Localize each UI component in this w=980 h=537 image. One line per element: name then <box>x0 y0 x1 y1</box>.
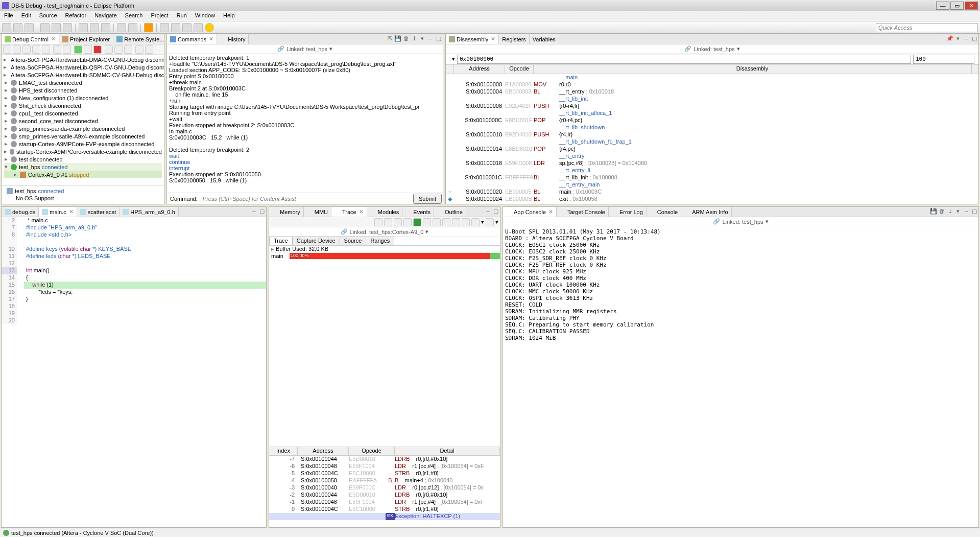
gear-icon[interactable] <box>63 45 71 54</box>
tab-remote-syste-[interactable]: Remote Syste... <box>113 34 164 44</box>
refresh-icon[interactable] <box>53 45 61 54</box>
debug-item[interactable]: ▸test disconnected <box>4 155 162 163</box>
size-input[interactable] <box>913 55 974 64</box>
trace-row[interactable]: -5S:0x0010004CE5C10000STRB r0,[r1,#0] <box>269 470 500 477</box>
debug-item[interactable]: ▸New_configuration (1) disconnected <box>4 94 162 102</box>
disasm-row[interactable]: __main <box>446 74 978 81</box>
menu-run[interactable]: Run <box>173 11 191 21</box>
save-icon[interactable]: 💾 <box>394 35 401 42</box>
menu-help[interactable]: Help <box>219 11 239 21</box>
code-line[interactable]: 13int main() <box>2 267 266 274</box>
code-line[interactable]: 18 <box>2 303 266 310</box>
subtab-capture-device[interactable]: Capture Device <box>292 237 340 245</box>
maximize-icon[interactable]: ▢ <box>258 208 266 215</box>
debug-item[interactable]: ▸Shit_check disconnected <box>4 102 162 109</box>
disasm-row[interactable]: __rt_entry_li <box>446 167 978 174</box>
quick-access-input[interactable] <box>876 23 978 32</box>
tab-memory[interactable]: Memory <box>269 207 304 217</box>
col-index[interactable]: Index <box>269 447 298 455</box>
export-icon[interactable] <box>403 218 412 226</box>
clear-icon[interactable]: 🗑 <box>402 35 410 42</box>
minimize-icon[interactable]: ‒ <box>427 35 434 42</box>
disasm-row[interactable]: S:0x00100000E1A00000MOVr0,r0 <box>446 81 978 88</box>
tab-variables[interactable]: Variables <box>530 34 559 44</box>
view-icon[interactable] <box>486 218 494 226</box>
debug-item[interactable]: ▸smp_primes-versatile-A9x4-example disco… <box>4 132 162 140</box>
col-opcode[interactable]: Opcode <box>505 65 534 74</box>
debug-item[interactable]: ▸smp_primes-panda-example disconnected <box>4 125 162 132</box>
open-type-icon[interactable] <box>79 23 88 32</box>
disasm-row[interactable]: S:0x0010001CEBFFFFF9BL__rt_lib_init ; 0x… <box>446 174 978 181</box>
clear-icon[interactable]: 🗑 <box>938 208 945 215</box>
perspective-icon[interactable] <box>160 23 169 32</box>
trace-row[interactable]: -1S:0x00100048E59F1004LDR r1,[pc,#4] ; [… <box>269 499 500 506</box>
resume-icon[interactable] <box>74 45 82 54</box>
tab-trace[interactable]: Trace✕ <box>331 207 367 217</box>
code-editor[interactable]: 2 * main.c7#include "HPS_arm_a9_0.h"8#in… <box>2 217 266 520</box>
run-icon[interactable] <box>63 23 72 32</box>
debug-item[interactable]: ▸Altera-SoCFPGA-HardwareLib-QSPI-CV-GNU-… <box>4 63 162 71</box>
debug-item[interactable]: ▸startup-Cortex-A9MPCore-FVP-example dis… <box>4 140 162 148</box>
play-icon[interactable] <box>442 218 450 226</box>
submit-button[interactable]: Submit <box>413 194 442 204</box>
code-line[interactable]: 19 <box>2 310 266 317</box>
connect-icon[interactable] <box>13 45 21 54</box>
tab-disassembly[interactable]: Disassembly✕ <box>446 34 499 44</box>
minimize-icon[interactable]: ‒ <box>250 208 257 215</box>
minimize-button[interactable]: — <box>936 2 949 10</box>
disasm-row[interactable]: __rt_lib_init <box>446 96 978 103</box>
perspective4-icon[interactable] <box>194 23 203 32</box>
pin-icon[interactable]: 📌 <box>946 35 953 42</box>
tab-debug-control[interactable]: Debug Control✕ <box>2 34 59 44</box>
trace-row[interactable]: -6S:0x00100048E59F1004LDR r1,[pc,#4] ; [… <box>269 463 500 470</box>
col-address[interactable]: Address <box>454 65 505 74</box>
zoom-icon[interactable] <box>471 218 480 226</box>
debug-item[interactable]: ▸Altera-SoCFPGA-HardwareLib-SDMMC-CV-GNU… <box>4 71 162 79</box>
last-icon[interactable] <box>462 218 470 226</box>
toggle-icon[interactable] <box>101 23 110 32</box>
tab-registers[interactable]: Registers <box>499 34 529 44</box>
close-button[interactable]: ✕ <box>965 2 978 10</box>
disconnect-icon[interactable] <box>22 45 31 54</box>
menu-icon[interactable]: ▾ <box>954 208 962 215</box>
code-line[interactable]: 11#define leds (char *) LEDS_BASE <box>2 253 266 260</box>
next-icon[interactable] <box>452 218 460 226</box>
next-icon[interactable] <box>145 45 153 54</box>
trace-row[interactable]: -4S:0x00100050EAFFFFFABB main+4 ; 0x1000… <box>269 477 500 484</box>
debug-item[interactable]: ▸EMAC_test disconnected <box>4 79 162 86</box>
build-icon[interactable] <box>40 23 50 32</box>
tab-app-console[interactable]: App Console✕ <box>503 207 557 217</box>
debug-item[interactable]: ▸second_core_test disconnected <box>4 117 162 125</box>
disasm-row[interactable]: __rt_lib_shutdown_fp_trap_1 <box>446 138 978 146</box>
scroll-icon[interactable]: ⤓ <box>411 35 418 42</box>
disasm-row[interactable]: S:0x00100010E92D4010PUSH{r4,lr} <box>446 131 978 138</box>
maximize-icon[interactable]: ▢ <box>971 208 978 215</box>
col-address[interactable]: Address <box>298 447 349 455</box>
save-icon[interactable]: 💾 <box>930 208 937 215</box>
menu-project[interactable]: Project <box>147 11 172 21</box>
prev-icon[interactable] <box>433 218 441 226</box>
tab-events[interactable]: Events <box>402 207 434 217</box>
disasm-row[interactable]: S:0x0010000CE8BD801FPOP{r0-r4,pc} <box>446 117 978 124</box>
menu-navigate[interactable]: Navigate <box>90 11 121 21</box>
disasm-row[interactable]: __rt_entry_main <box>446 181 978 189</box>
nav-fwd-icon[interactable] <box>128 23 137 32</box>
trace-exception-row[interactable]: EX Exception: HALTEXCP (1) <box>269 513 500 520</box>
disasm-row[interactable]: ◆S:0x00100024EB00000BBLexit ; 0x100058 <box>446 196 978 203</box>
subtab-ranges[interactable]: Ranges <box>366 237 394 245</box>
disasm-row[interactable]: S:0x00100018E59FD008LDRsp,[pc,#8] ; [0x1… <box>446 160 978 167</box>
menu-icon[interactable]: ▾ <box>419 35 426 42</box>
prev-icon[interactable] <box>135 45 144 54</box>
up-icon[interactable] <box>384 218 392 226</box>
down-icon[interactable] <box>374 218 383 226</box>
code-line[interactable]: 12 <box>2 260 266 267</box>
tab-mmu[interactable]: MMU <box>304 207 331 217</box>
search-icon[interactable] <box>90 23 99 32</box>
help-icon[interactable] <box>205 23 214 32</box>
trace-row[interactable]: -7S:0x00100044E5D00010LDRB r0,[r0,#0x10] <box>269 456 500 463</box>
debug-item[interactable]: ▸Altera-SoCFPGA-HardwareLib-DMA-CV-GNU-D… <box>4 56 162 63</box>
code-line[interactable]: 7#include "HPS_arm_a9_0.h" <box>2 224 266 231</box>
trace-row[interactable]: 0S:0x0010004CE5C10000STRB r0,[r1,#0] <box>269 506 500 513</box>
debug-icon[interactable] <box>52 23 61 32</box>
tab-target-console[interactable]: Target Console <box>557 207 609 217</box>
